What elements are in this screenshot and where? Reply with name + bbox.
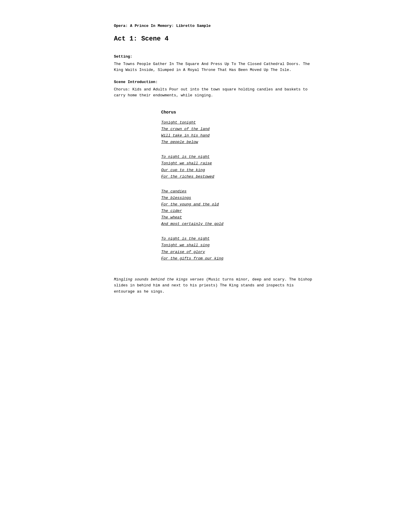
verse-line: For the riches bestowed [161,173,315,180]
verse-line: The people below [161,139,315,145]
verse-line: To night is the night [161,236,315,242]
page-container: Opera: A Prince In Memory: Libretto Samp… [79,0,333,319]
verse-block-3: The candies The blessings For the young … [161,188,315,228]
verse-line: And most certainly the gold [161,221,315,227]
setting-label: Setting: [114,54,315,59]
verse-line: Tonight we shall sing [161,242,315,249]
verse-block-1: Tonight tonight The crown of the land Wi… [161,119,315,145]
verse-line: The wheat [161,214,315,221]
verse-line: For the young and the old [161,201,315,208]
scene-intro-label: Scene Introduction: [114,80,315,84]
stage-direction-italic: Mingling sounds behind the kings verses [114,277,204,282]
verse-line: Tonight tonight [161,119,315,126]
verse-line: The praise of glory [161,249,315,255]
stage-direction: Mingling sounds behind the kings verses … [114,277,315,295]
verse-line: To night is the night [161,154,315,160]
document-title: Opera: A Prince In Memory: Libretto Samp… [114,24,315,28]
verse-line: Will take in his hand [161,132,315,139]
setting-text: The Towns People Gather In The Square An… [114,61,315,73]
chorus-section: Chorus Tonight tonight The crown of the … [161,110,315,262]
verse-line: Our cup to the king [161,167,315,173]
verse-line: The candies [161,188,315,195]
verse-line: The cider [161,208,315,214]
scene-intro-text: Chorus: Kids and Adults Pour out into th… [114,87,315,98]
verse-line: For the gifts from our king [161,255,315,262]
verse-block-2: To night is the night Tonight we shall r… [161,154,315,180]
verse-line: Tonight we shall raise [161,160,315,167]
act-title: Act 1: Scene 4 [114,35,315,43]
verse-block-4: To night is the night Tonight we shall s… [161,236,315,262]
chorus-title: Chorus [161,110,315,115]
verse-line: The blessings [161,195,315,201]
verse-line: The crown of the land [161,126,315,132]
